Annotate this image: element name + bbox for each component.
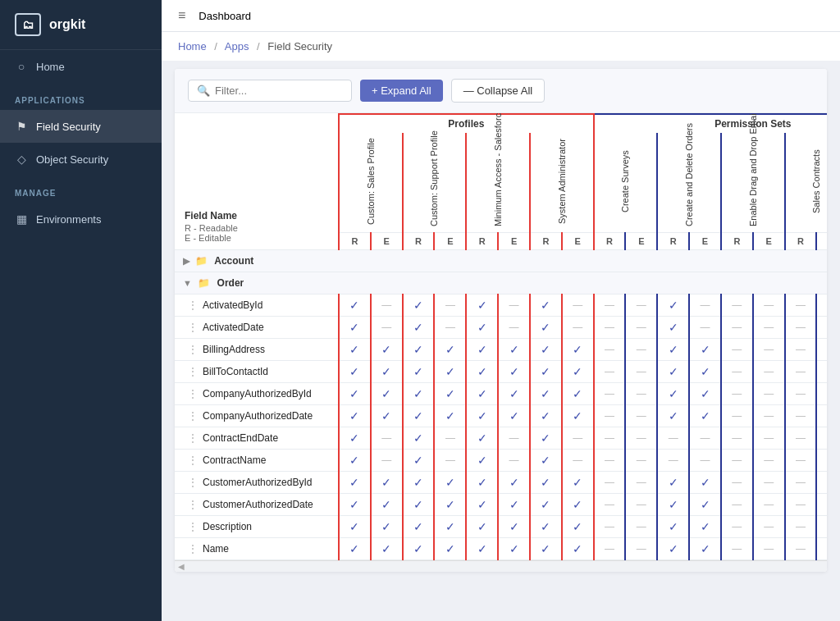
main-content: ≡ Dashboard Home / Apps / Field Security… xyxy=(162,0,840,621)
permset-cell: — xyxy=(753,317,785,339)
profile-cell: ✓ xyxy=(498,383,530,405)
row-menu-icon[interactable]: ⋮ xyxy=(188,454,198,466)
permset-cell: — xyxy=(816,494,827,516)
profile-cell: ✓ xyxy=(530,295,562,317)
row-menu-icon[interactable]: ⋮ xyxy=(188,521,198,532)
profile-cell: — xyxy=(371,295,403,317)
permset-cell: — xyxy=(594,405,626,427)
permsets-section-header: Permission Sets xyxy=(594,114,827,133)
permset-cell: ✓ xyxy=(689,361,721,383)
profile-cell: ✓ xyxy=(339,472,371,494)
permset-cell: — xyxy=(594,494,626,516)
profile-cell: ✓ xyxy=(434,538,466,560)
topbar-title: Dashboard xyxy=(199,10,251,22)
field-name-cell: ⋮CompanyAuthorizedById xyxy=(175,383,339,405)
menu-icon[interactable]: ≡ xyxy=(178,8,185,23)
profile-cell: — xyxy=(562,427,594,450)
search-input[interactable] xyxy=(215,84,346,97)
permset-cell: — xyxy=(594,317,626,339)
search-box[interactable]: 🔍 xyxy=(188,80,352,102)
row-menu-icon[interactable]: ⋮ xyxy=(188,344,198,355)
permset-cell: — xyxy=(816,538,827,560)
profile-cell: ✓ xyxy=(562,383,594,405)
row-menu-icon[interactable]: ⋮ xyxy=(188,499,198,510)
field-name-cell: ⋮Description xyxy=(175,516,339,538)
permset-cell: — xyxy=(785,361,817,383)
permset-cell: — xyxy=(721,516,753,538)
permset-cell: — xyxy=(721,450,753,472)
permset-cell: — xyxy=(816,516,827,538)
profile-cell: ✓ xyxy=(403,295,435,317)
profile-cell: ✓ xyxy=(434,339,466,361)
permset-cell: — xyxy=(689,427,721,450)
sidebar: 🗂 orgkit ○ Home APPLICATIONS ⚑ Field Sec… xyxy=(0,0,162,621)
row-menu-icon[interactable]: ⋮ xyxy=(188,543,198,555)
permset-cell: — xyxy=(594,339,626,361)
permset-cell: — xyxy=(753,472,785,494)
profile-cell: ✓ xyxy=(339,494,371,516)
permset-cell: — xyxy=(753,383,785,405)
row-menu-icon[interactable]: ⋮ xyxy=(188,388,198,400)
permset-cell: — xyxy=(625,538,657,560)
profile-cell: ✓ xyxy=(339,361,371,383)
permset-cell: — xyxy=(721,383,753,405)
collapse-all-button[interactable]: — Collapse All xyxy=(451,79,546,103)
expand-all-button[interactable]: + Expand All xyxy=(360,80,443,102)
row-menu-icon[interactable]: ⋮ xyxy=(188,299,198,311)
breadcrumb-home[interactable]: Home xyxy=(178,40,207,53)
permset-cell: — xyxy=(816,317,827,339)
profile-cell: ✓ xyxy=(466,405,498,427)
topbar: ≡ Dashboard xyxy=(162,0,840,32)
permset-cell: ✓ xyxy=(657,516,689,538)
re-ps2-r: R xyxy=(657,233,689,250)
applications-section-label: APPLICATIONS xyxy=(0,83,162,110)
profile-cell: — xyxy=(498,317,530,339)
permset-cell: ✓ xyxy=(657,383,689,405)
logo: 🗂 orgkit xyxy=(0,0,162,50)
profile-cell: — xyxy=(498,427,530,450)
breadcrumb-current: Field Security xyxy=(267,40,332,53)
profile-cell: ✓ xyxy=(530,472,562,494)
re-ps1-e: E xyxy=(625,233,657,250)
profiles-section-header: Profiles xyxy=(339,114,594,133)
profile-cell: ✓ xyxy=(530,494,562,516)
group-row[interactable]: ▼ 📁 Order xyxy=(175,272,827,295)
re-ps4-e: E xyxy=(816,233,827,250)
profile-cell: ✓ xyxy=(371,516,403,538)
re-p3-r: R xyxy=(466,233,498,250)
permset-cell: — xyxy=(721,472,753,494)
row-menu-icon[interactable]: ⋮ xyxy=(188,366,198,377)
row-menu-icon[interactable]: ⋮ xyxy=(188,477,198,488)
permset-cell: — xyxy=(594,538,626,560)
permset-cell: — xyxy=(753,450,785,472)
sidebar-item-environments[interactable]: ▦ Environments xyxy=(0,203,162,235)
profile-cell: ✓ xyxy=(498,405,530,427)
sidebar-item-field-security[interactable]: ⚑ Field Security xyxy=(0,110,162,143)
sidebar-item-home[interactable]: ○ Home xyxy=(0,50,162,83)
permset-cell: — xyxy=(721,494,753,516)
col-support-profile: Custom: Support Profile xyxy=(403,133,467,233)
profile-cell: ✓ xyxy=(466,295,498,317)
profile-cell: ✓ xyxy=(466,538,498,560)
profile-cell: ✓ xyxy=(371,472,403,494)
row-menu-icon[interactable]: ⋮ xyxy=(188,432,198,444)
profile-cell: — xyxy=(434,450,466,472)
group-row[interactable]: ▶ 📁 Account xyxy=(175,250,827,272)
profile-cell: ✓ xyxy=(339,516,371,538)
row-menu-icon[interactable]: ⋮ xyxy=(188,322,198,333)
permset-cell: — xyxy=(594,383,626,405)
search-icon: 🔍 xyxy=(197,84,210,97)
re-ps3-r: R xyxy=(721,233,753,250)
expand-icon: ▶ xyxy=(183,256,189,266)
profile-cell: ✓ xyxy=(434,383,466,405)
permset-cell: — xyxy=(785,427,817,450)
profile-cell: ✓ xyxy=(498,538,530,560)
profile-cell: ✓ xyxy=(339,538,371,560)
profile-cell: ✓ xyxy=(466,383,498,405)
sidebar-item-object-security[interactable]: ◇ Object Security xyxy=(0,143,162,176)
breadcrumb-apps[interactable]: Apps xyxy=(225,40,249,53)
permset-cell: — xyxy=(816,295,827,317)
row-menu-icon[interactable]: ⋮ xyxy=(188,410,198,422)
permset-cell: — xyxy=(594,472,626,494)
expand-icon: ▼ xyxy=(183,278,192,288)
